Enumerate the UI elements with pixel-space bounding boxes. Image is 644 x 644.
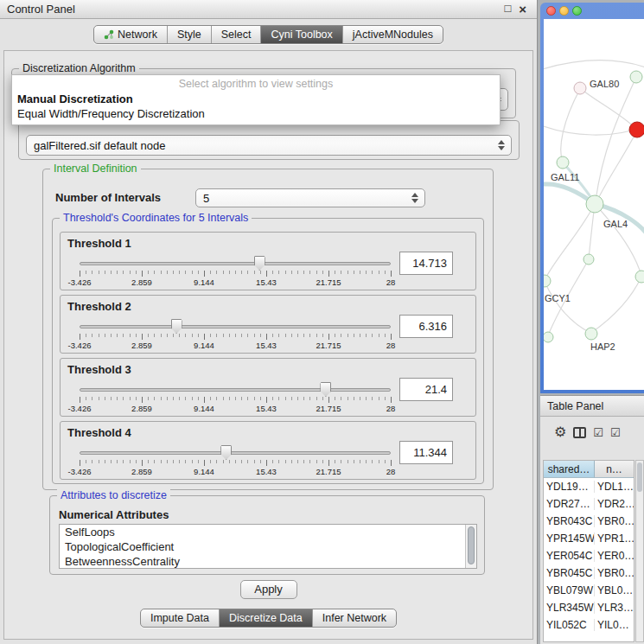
- threshold-label: Threshold 1: [67, 237, 131, 250]
- clear-selection-checkbox-icon[interactable]: ☑: [610, 427, 621, 438]
- menu-item-equal-width-frequency[interactable]: Equal Width/Frequency Discretization: [12, 106, 500, 121]
- table-row[interactable]: YLR345WYLR3…: [544, 599, 634, 616]
- slider-thumb[interactable]: [254, 256, 265, 271]
- list-scrollbar[interactable]: [465, 525, 476, 568]
- table-row[interactable]: YDL19…YDL1…: [544, 478, 634, 495]
- table-row[interactable]: YBR043CYBR0…: [544, 513, 634, 530]
- network-window-titlebar[interactable]: [540, 3, 644, 19]
- scrollbar-thumb[interactable]: [468, 526, 475, 564]
- tab-style[interactable]: Style: [167, 26, 211, 43]
- window-title: Control Panel: [0, 3, 504, 16]
- threshold-value-field[interactable]: 21.4: [399, 378, 453, 401]
- select-all-checkbox-icon[interactable]: ☑: [593, 427, 603, 438]
- tab-network[interactable]: Network: [94, 26, 167, 43]
- tab-jactivemnodules[interactable]: jActiveMNodules: [342, 26, 443, 43]
- table-cell: YBL079W: [544, 584, 595, 596]
- table-row[interactable]: YDR27…YDR2…: [544, 495, 634, 513]
- network-node[interactable]: [544, 275, 551, 287]
- threshold-slider-2[interactable]: -3.4262.8599.14415.4321.71528: [80, 318, 391, 353]
- table-panel-titlebar[interactable]: Table Panel: [540, 396, 644, 417]
- slider-major-tick: [80, 460, 80, 466]
- close-icon[interactable]: ×: [519, 3, 526, 16]
- network-node[interactable]: [586, 195, 603, 213]
- threshold-value-field[interactable]: 14.713: [399, 252, 453, 275]
- apply-button[interactable]: Apply: [240, 580, 297, 599]
- minimize-traffic-light-icon[interactable]: [559, 6, 569, 16]
- slider-tick-label: 9.144: [194, 277, 214, 287]
- slider-tick-label: -3.426: [68, 341, 92, 350]
- table-row[interactable]: YIL052CYIL0…: [544, 616, 634, 634]
- table-data-combobox[interactable]: galFiltered.sif default node: [26, 135, 512, 156]
- attribute-list-item[interactable]: BetweennessCentrality: [60, 554, 476, 569]
- threshold-slider-3[interactable]: -3.4262.8599.14415.4321.71528: [80, 381, 391, 416]
- table-cell: YDL19…: [544, 481, 595, 493]
- tab-discretize-data[interactable]: Discretize Data: [219, 609, 312, 627]
- node-attribute-table[interactable]: shared… n… YDL19…YDL1…YDR27…YDR2…YBR043C…: [543, 460, 634, 642]
- tab-label: Style: [177, 29, 201, 41]
- threshold-value-field[interactable]: 11.344: [399, 441, 453, 464]
- slider-track[interactable]: [80, 388, 391, 392]
- number-of-intervals-combobox[interactable]: 5: [195, 188, 425, 207]
- threshold-slider-4[interactable]: -3.4262.8599.14415.4321.71528: [80, 444, 391, 479]
- table-row[interactable]: YER054CYER0…: [544, 547, 634, 564]
- slider-track[interactable]: [80, 451, 391, 455]
- threshold-panel-2: Threshold 2-3.4262.8599.14415.4321.71528…: [60, 295, 476, 354]
- table-scrollbar[interactable]: [635, 460, 644, 642]
- slider-tick-label: 21.715: [316, 404, 341, 413]
- table-cell: YER0…: [595, 550, 634, 562]
- slider-thumb[interactable]: [220, 445, 232, 460]
- network-node[interactable]: [630, 71, 642, 83]
- numerical-attributes-list[interactable]: SelfLoopsTopologicalCoefficientBetweenne…: [59, 524, 477, 569]
- slider-tick-label: 28: [386, 277, 396, 287]
- network-edge: [545, 282, 590, 333]
- table-cell: YBL0…: [595, 584, 634, 596]
- slider-track[interactable]: [80, 262, 391, 265]
- column-header-shared[interactable]: shared…: [544, 461, 595, 478]
- column-header-name[interactable]: n…: [595, 461, 634, 478]
- network-edge: [591, 277, 641, 333]
- slider-thumb[interactable]: [171, 319, 182, 334]
- menu-item-manual-discretization[interactable]: Manual Discretization: [12, 92, 500, 106]
- table-row[interactable]: YBR045CYBR0…: [544, 564, 634, 582]
- close-traffic-light-icon[interactable]: [546, 6, 556, 16]
- thresholds-coordinates-group: Threshold's Coordinates for 5 Intervals …: [52, 218, 484, 484]
- slider-tick-label: 9.144: [194, 467, 214, 476]
- network-edge: [596, 77, 636, 201]
- slider-tick-label: 28: [386, 341, 396, 350]
- table-rows: YDL19…YDL1…YDR27…YDR2…YBR043CYBR0…YPR145…: [544, 478, 634, 634]
- scrollbar-thumb[interactable]: [637, 462, 642, 492]
- tab-impute-data[interactable]: Impute Data: [141, 609, 219, 627]
- float-window-icon[interactable]: □: [504, 3, 511, 16]
- network-edge: [561, 89, 580, 162]
- tab-select[interactable]: Select: [211, 26, 261, 43]
- slider-major-tick: [142, 397, 143, 403]
- slider-tick-label: 21.715: [316, 341, 341, 350]
- table-cell: YDR2…: [595, 498, 634, 510]
- tab-cyni-toolbox[interactable]: Cyni Toolbox: [260, 26, 341, 43]
- slider-tick-label: 28: [386, 467, 396, 476]
- zoom-traffic-light-icon[interactable]: [572, 6, 582, 16]
- network-node[interactable]: [585, 328, 597, 340]
- network-node[interactable]: [574, 82, 586, 94]
- attribute-list-item[interactable]: SelfLoops: [60, 525, 476, 539]
- table-row[interactable]: YPR145WYPR1…: [544, 530, 634, 547]
- network-node[interactable]: [544, 332, 553, 342]
- attribute-list-item[interactable]: TopologicalCoefficient: [60, 539, 476, 554]
- threshold-slider-1[interactable]: -3.4262.8599.14415.4321.71528: [80, 255, 391, 290]
- network-node[interactable]: [557, 156, 569, 169]
- network-node-selected[interactable]: [629, 122, 644, 137]
- control-panel-titlebar[interactable]: Control Panel □ ×: [0, 0, 537, 19]
- tab-infer-network[interactable]: Infer Network: [312, 609, 396, 627]
- group-title: Interval Definition: [50, 163, 141, 175]
- network-graph: GAL80 GAL11 GAL4 GCY1 HAP2: [544, 19, 644, 390]
- threshold-value-field[interactable]: 6.316: [399, 315, 453, 338]
- slider-track[interactable]: [80, 325, 391, 328]
- columns-icon[interactable]: [573, 427, 586, 438]
- network-node[interactable]: [635, 271, 644, 283]
- attributes-to-discretize-group: Attributes to discretize Numerical Attri…: [49, 495, 485, 575]
- network-node[interactable]: [583, 254, 594, 265]
- gear-icon[interactable]: ⚙: [554, 425, 566, 439]
- table-row[interactable]: YBL079WYBL0…: [544, 582, 634, 599]
- slider-thumb[interactable]: [320, 382, 331, 397]
- network-canvas[interactable]: GAL80 GAL11 GAL4 GCY1 HAP2: [544, 19, 644, 390]
